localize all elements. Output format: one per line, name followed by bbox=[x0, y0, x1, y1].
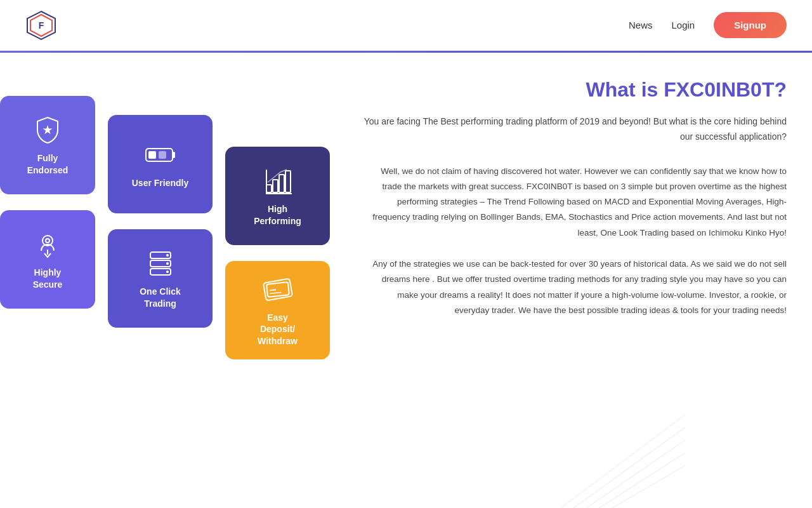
tile-one-click-label: One ClickTrading bbox=[140, 286, 181, 309]
svg-rect-18 bbox=[273, 180, 278, 192]
tile-highly-secure[interactable]: HighlySecure bbox=[0, 210, 95, 309]
header: F News Login Signup bbox=[0, 0, 812, 51]
tile-fully-endorsed[interactable]: FullyEndorsed bbox=[0, 96, 95, 194]
signup-button[interactable]: Signup bbox=[714, 12, 787, 38]
tile-highly-secure-label: HighlySecure bbox=[33, 267, 63, 290]
intro-text: You are facing The Best performing tradi… bbox=[362, 114, 787, 145]
body-paragraph-2: Any of the strategies we use can be back… bbox=[362, 257, 787, 318]
main-container: FullyEndorsed HighlySecure bbox=[0, 53, 812, 508]
svg-point-14 bbox=[166, 254, 169, 257]
svg-text:F: F bbox=[39, 20, 44, 30]
nav: News Login Signup bbox=[629, 12, 787, 38]
tile-high-performing-label: HighPerforming bbox=[254, 203, 301, 226]
svg-point-15 bbox=[166, 262, 169, 265]
tile-user-friendly[interactable]: User Friendly bbox=[108, 115, 213, 213]
tile-easy-deposit-label: EasyDeposit/Withdraw bbox=[258, 312, 298, 347]
svg-line-28 bbox=[596, 453, 685, 508]
tile-one-click-trading[interactable]: One ClickTrading bbox=[108, 229, 213, 328]
svg-rect-9 bbox=[148, 151, 156, 159]
nav-news[interactable]: News bbox=[629, 20, 653, 30]
decorative-lines bbox=[558, 415, 685, 508]
svg-line-24 bbox=[270, 293, 281, 294]
svg-line-26 bbox=[571, 427, 685, 508]
logo-area: F bbox=[25, 10, 57, 41]
tile-high-performing[interactable]: HighPerforming bbox=[225, 147, 330, 245]
finger-touch-icon bbox=[32, 229, 63, 260]
features-grid: FullyEndorsed HighlySecure bbox=[0, 53, 336, 472]
battery-icon bbox=[145, 139, 176, 171]
section-title: What is FXC0INB0T? bbox=[362, 78, 787, 102]
nav-login[interactable]: Login bbox=[671, 20, 695, 30]
svg-line-29 bbox=[609, 465, 685, 508]
svg-line-25 bbox=[558, 415, 685, 508]
svg-rect-20 bbox=[285, 171, 291, 192]
tile-fully-endorsed-label: FullyEndorsed bbox=[27, 152, 69, 175]
database-icon bbox=[145, 248, 176, 279]
svg-rect-10 bbox=[159, 151, 166, 159]
chart-bars-icon bbox=[262, 165, 294, 197]
svg-rect-22 bbox=[266, 282, 289, 297]
svg-line-23 bbox=[270, 290, 276, 291]
body-paragraph-1: Well, we do not claim of having discover… bbox=[362, 164, 787, 241]
credit-card-icon bbox=[262, 274, 294, 305]
shield-star-icon bbox=[32, 114, 63, 146]
svg-rect-17 bbox=[266, 185, 272, 192]
svg-point-16 bbox=[166, 271, 169, 273]
features-area: FullyEndorsed HighlySecure bbox=[0, 53, 336, 508]
tile-easy-deposit[interactable]: EasyDeposit/Withdraw bbox=[225, 261, 330, 359]
svg-marker-3 bbox=[43, 125, 53, 134]
svg-rect-19 bbox=[279, 175, 284, 192]
logo-icon: F bbox=[25, 10, 57, 41]
svg-rect-8 bbox=[173, 152, 175, 158]
tile-user-friendly-label: User Friendly bbox=[132, 177, 188, 189]
svg-point-5 bbox=[46, 239, 49, 243]
